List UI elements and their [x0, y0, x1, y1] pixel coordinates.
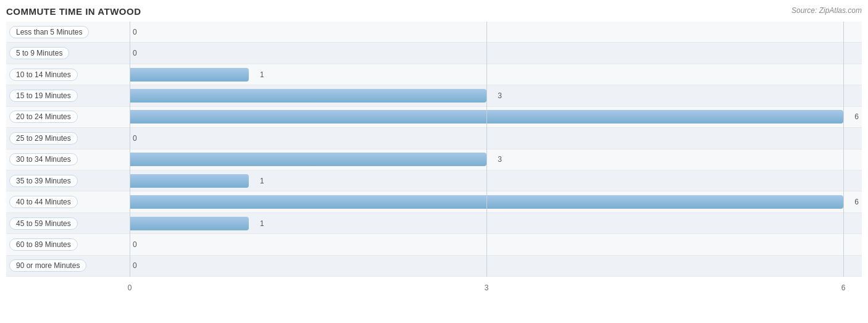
bar-label: 25 to 29 Minutes — [9, 132, 78, 145]
bar-label: 15 to 19 Minutes — [9, 90, 78, 102]
bar-track: 0 — [130, 25, 843, 39]
bar-label: 60 to 89 Minutes — [9, 238, 78, 251]
bar-track: 6 — [130, 195, 843, 209]
bar-value: 6 — [854, 198, 859, 206]
bar-fill: 6 — [130, 110, 843, 124]
bar-track: 1 — [130, 217, 843, 230]
bar-value: 6 — [854, 112, 859, 121]
x-axis-tick: 6 — [841, 283, 846, 292]
bar-track: 0 — [130, 46, 843, 60]
bars-wrapper: Less than 5 Minutes05 to 9 Minutes010 to… — [6, 22, 862, 277]
source-label: Source: ZipAtlas.com — [791, 6, 862, 15]
bar-row: Less than 5 Minutes0 — [6, 22, 862, 43]
bar-value-zero: 0 — [133, 240, 137, 249]
chart-area: Less than 5 Minutes05 to 9 Minutes010 to… — [6, 22, 862, 295]
bar-value: 1 — [260, 177, 264, 185]
bar-row: 35 to 39 Minutes1 — [6, 170, 862, 191]
bar-row: 15 to 19 Minutes3 — [6, 85, 862, 106]
bar-label: 20 to 24 Minutes — [9, 111, 78, 123]
bar-label: Less than 5 Minutes — [9, 26, 89, 38]
bar-value: 3 — [498, 155, 502, 164]
bar-fill: 3 — [130, 89, 486, 103]
bar-value-zero: 0 — [133, 28, 137, 36]
bar-track: 1 — [130, 68, 843, 82]
bar-row: 45 to 59 Minutes1 — [6, 213, 862, 234]
bar-track: 3 — [130, 153, 843, 166]
bar-value: 1 — [260, 219, 264, 228]
bar-row: 40 to 44 Minutes6 — [6, 191, 862, 212]
bar-value-zero: 0 — [133, 134, 137, 143]
bar-label: 35 to 39 Minutes — [9, 175, 78, 187]
bar-label: 45 to 59 Minutes — [9, 217, 78, 230]
bar-fill: 1 — [130, 217, 249, 230]
x-axis-tick: 0 — [128, 283, 132, 292]
bar-label: 5 to 9 Minutes — [9, 47, 69, 59]
bar-row: 20 to 24 Minutes6 — [6, 107, 862, 128]
x-axis: 036 — [6, 277, 862, 295]
bar-label: 90 or more Minutes — [9, 259, 86, 272]
bar-label: 30 to 34 Minutes — [9, 153, 78, 166]
bar-fill: 1 — [130, 174, 249, 188]
bar-track: 0 — [130, 238, 843, 251]
bar-track: 0 — [130, 132, 843, 145]
bar-row: 25 to 29 Minutes0 — [6, 128, 862, 149]
bar-fill: 1 — [130, 68, 249, 82]
bar-row: 10 to 14 Minutes1 — [6, 64, 862, 85]
chart-title: COMMUTE TIME IN ATWOOD — [6, 6, 862, 17]
bar-row: 60 to 89 Minutes0 — [6, 234, 862, 255]
bar-value-zero: 0 — [133, 49, 137, 57]
x-axis-tick: 3 — [485, 283, 489, 292]
bar-value: 3 — [498, 91, 502, 100]
bar-fill: 3 — [130, 153, 486, 166]
bar-fill: 6 — [130, 195, 843, 209]
bar-label: 10 to 14 Minutes — [9, 69, 78, 81]
bar-row: 5 to 9 Minutes0 — [6, 43, 862, 64]
bar-track: 1 — [130, 174, 843, 188]
bar-label: 40 to 44 Minutes — [9, 196, 78, 208]
bar-value-zero: 0 — [133, 261, 137, 270]
chart-container: COMMUTE TIME IN ATWOOD Source: ZipAtlas.… — [0, 0, 868, 323]
bar-track: 0 — [130, 259, 843, 272]
bar-row: 90 or more Minutes0 — [6, 256, 862, 277]
bar-track: 3 — [130, 89, 843, 103]
bar-row: 30 to 34 Minutes3 — [6, 149, 862, 170]
bar-value: 1 — [260, 70, 264, 79]
bar-track: 6 — [130, 110, 843, 124]
